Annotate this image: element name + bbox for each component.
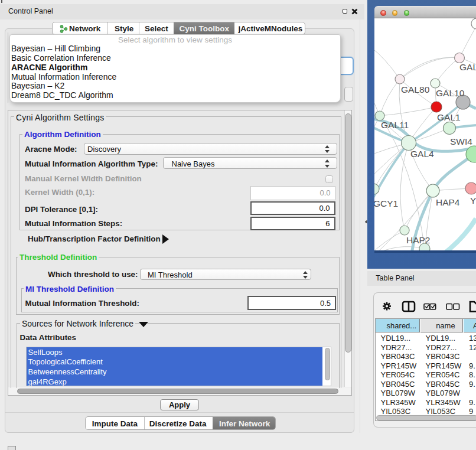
svg-text:GAL1: GAL1 xyxy=(437,112,461,122)
svg-text:HAP4: HAP4 xyxy=(436,197,460,207)
svg-text:Y: Y xyxy=(470,195,476,206)
svg-text:GAL80: GAL80 xyxy=(401,84,430,94)
svg-text:SWI4: SWI4 xyxy=(450,136,472,146)
svg-text:GAL: GAL xyxy=(459,62,476,72)
svg-text:GAL11: GAL11 xyxy=(381,120,409,130)
svg-text:GCY1: GCY1 xyxy=(374,198,398,208)
svg-text:GAL10: GAL10 xyxy=(436,88,465,98)
svg-text:HAP2: HAP2 xyxy=(406,235,431,245)
svg-text:GAL4: GAL4 xyxy=(410,149,434,159)
